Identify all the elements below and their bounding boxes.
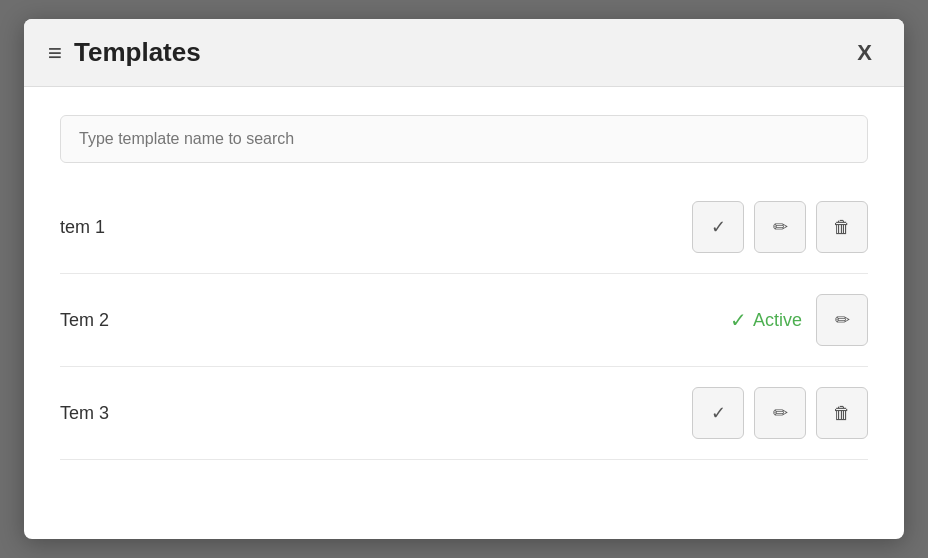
template-actions: ✓ ✏ 🗑 — [692, 201, 868, 253]
template-actions: ✓ Active ✏ — [730, 294, 868, 346]
pencil-icon: ✏ — [835, 309, 850, 331]
edit-button[interactable]: ✏ — [816, 294, 868, 346]
close-button[interactable]: X — [849, 38, 880, 68]
edit-button[interactable]: ✏ — [754, 387, 806, 439]
table-row: tem 1 ✓ ✏ 🗑 — [60, 181, 868, 274]
check-icon: ✓ — [711, 402, 726, 424]
active-badge: ✓ Active — [730, 308, 802, 332]
trash-icon: 🗑 — [833, 403, 851, 424]
modal-overlay: ≡ Templates X tem 1 ✓ ✏ — [0, 0, 928, 558]
edit-button[interactable]: ✏ — [754, 201, 806, 253]
delete-button[interactable]: 🗑 — [816, 387, 868, 439]
table-row: Tem 2 ✓ Active ✏ — [60, 274, 868, 367]
delete-button[interactable]: 🗑 — [816, 201, 868, 253]
pencil-icon: ✏ — [773, 216, 788, 238]
modal-title: Templates — [74, 37, 201, 68]
active-check-icon: ✓ — [730, 308, 747, 332]
template-name: Tem 3 — [60, 403, 109, 424]
pencil-icon: ✏ — [773, 402, 788, 424]
modal-header: ≡ Templates X — [24, 19, 904, 87]
active-label: Active — [753, 310, 802, 331]
activate-button[interactable]: ✓ — [692, 201, 744, 253]
table-row: Tem 3 ✓ ✏ 🗑 — [60, 367, 868, 460]
trash-icon: 🗑 — [833, 217, 851, 238]
check-icon: ✓ — [711, 216, 726, 238]
template-actions: ✓ ✏ 🗑 — [692, 387, 868, 439]
template-list: tem 1 ✓ ✏ 🗑 Tem 2 — [60, 181, 868, 460]
modal-header-left: ≡ Templates — [48, 37, 201, 68]
template-name: tem 1 — [60, 217, 105, 238]
activate-button[interactable]: ✓ — [692, 387, 744, 439]
search-input[interactable] — [60, 115, 868, 163]
template-name: Tem 2 — [60, 310, 109, 331]
modal-body: tem 1 ✓ ✏ 🗑 Tem 2 — [24, 87, 904, 488]
templates-icon: ≡ — [48, 39, 62, 67]
modal: ≡ Templates X tem 1 ✓ ✏ — [24, 19, 904, 539]
